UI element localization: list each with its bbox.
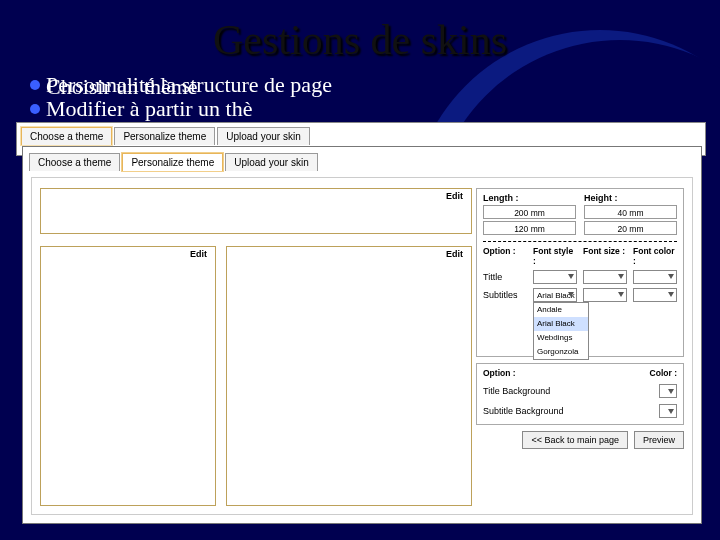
height-value-2[interactable]: 20 mm: [584, 221, 677, 235]
title-fontstyle-select[interactable]: [533, 270, 577, 284]
bullet-icon: [30, 104, 40, 114]
length-value-1[interactable]: 200 mm: [483, 205, 576, 219]
page-title: Gestions de skins: [0, 16, 720, 64]
tab-personalize-back[interactable]: Personalize theme: [114, 127, 215, 145]
title-fontcolor-select[interactable]: [633, 270, 677, 284]
subtitle-bg-label: Subtitle Background: [483, 406, 653, 416]
length-label: Length :: [483, 193, 576, 203]
height-value-1[interactable]: 40 mm: [584, 205, 677, 219]
bullet-text: Choisir un thème: [46, 76, 198, 98]
preview-button[interactable]: Preview: [634, 431, 684, 449]
bullet-text: Modifier à partir un thè: [46, 98, 253, 120]
content-area: Edit Edit Edit Length : 200 mm 120 mm He: [31, 177, 693, 515]
background-group: Option : Color : Title Background Subtit…: [476, 363, 684, 425]
dropdown-option[interactable]: Andale: [534, 303, 588, 317]
edit-link[interactable]: Edit: [446, 191, 463, 201]
tab-personalize[interactable]: Personalize theme: [122, 153, 223, 171]
back-button[interactable]: << Back to main page: [522, 431, 628, 449]
subtitle-fontsize-select[interactable]: [583, 288, 627, 302]
bullet-icon: [30, 80, 40, 90]
length-value-2[interactable]: 120 mm: [483, 221, 576, 235]
properties-column: Length : 200 mm 120 mm Height : 40 mm 20…: [476, 188, 684, 506]
tab-upload-back[interactable]: Upload your skin: [217, 127, 309, 145]
size-group: Length : 200 mm 120 mm Height : 40 mm 20…: [476, 188, 684, 357]
tab-choose-back[interactable]: Choose a theme: [21, 127, 112, 145]
edit-link[interactable]: Edit: [190, 249, 207, 259]
layout-header-box[interactable]: Edit: [40, 188, 472, 234]
title-bg-color-picker[interactable]: [659, 384, 677, 398]
subtitle-fontcolor-select[interactable]: [633, 288, 677, 302]
layout-preview: Edit Edit Edit: [40, 188, 472, 506]
dropdown-option[interactable]: Webdings: [534, 331, 588, 345]
subtitle-bg-color-picker[interactable]: [659, 404, 677, 418]
title-fontsize-select[interactable]: [583, 270, 627, 284]
layout-right-box[interactable]: Edit: [226, 246, 472, 506]
color-header: Color :: [627, 368, 677, 378]
title-bg-label: Title Background: [483, 386, 653, 396]
option-title-label: Tittle: [483, 272, 527, 282]
layout-left-box[interactable]: Edit: [40, 246, 216, 506]
option-subtitle-label: Subtitles: [483, 290, 527, 300]
font-options-header: Option : Font style : Font size : Font c…: [483, 246, 677, 266]
tab-upload[interactable]: Upload your skin: [225, 153, 317, 171]
dropdown-option[interactable]: Gorgonzola: [534, 345, 588, 359]
dropdown-option[interactable]: Arial Black: [534, 317, 588, 331]
tab-choose[interactable]: Choose a theme: [29, 153, 120, 171]
subtitle-fontstyle-select[interactable]: Arial Black: [533, 288, 577, 302]
height-label: Height :: [584, 193, 677, 203]
main-panel: Choose a theme Personalize theme Upload …: [22, 146, 702, 524]
fontstyle-dropdown-open[interactable]: Andale Arial Black Webdings Gorgonzola: [533, 302, 589, 360]
edit-link[interactable]: Edit: [446, 249, 463, 259]
bullet-list: Personnalité la structure de page Choisi…: [30, 74, 332, 120]
option-header: Option :: [483, 368, 621, 378]
